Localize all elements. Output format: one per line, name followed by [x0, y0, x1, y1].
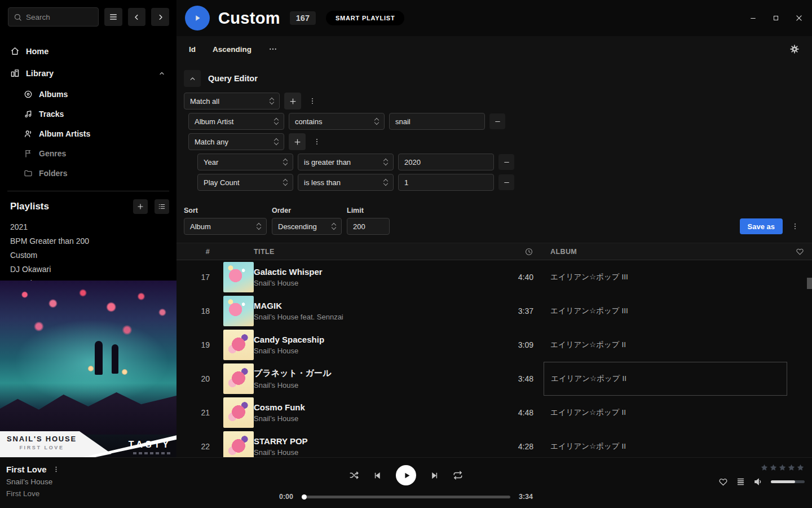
collapse-query-editor-button[interactable] — [184, 70, 201, 87]
minimize-button[interactable] — [749, 15, 757, 22]
add-rule-button-2[interactable] — [289, 133, 306, 150]
sidebar-item-library[interactable]: Library — [0, 62, 176, 84]
track-album-cell[interactable]: エイリアン☆ポップ II — [544, 430, 787, 460]
sidebar-divider — [7, 191, 169, 191]
play-playlist-button[interactable] — [185, 6, 210, 30]
play-icon — [401, 471, 411, 480]
query-sort-select[interactable]: Album — [184, 218, 267, 235]
play-pause-button[interactable] — [396, 465, 416, 485]
minus-icon — [503, 179, 510, 186]
menu-button[interactable] — [104, 8, 122, 26]
track-row[interactable]: 21 Cosmo Funk Snail’s House 4:48 エイリアン☆ポ… — [176, 396, 812, 430]
total-time: 3:34 — [519, 493, 533, 501]
now-playing-options-button[interactable] — [52, 466, 60, 473]
track-album-cell[interactable]: エイリアン☆ポップ III — [544, 294, 787, 328]
remove-rule-button[interactable] — [498, 174, 514, 190]
track-artist: Snail’s House feat. Sennzai — [254, 313, 494, 321]
sort-direction-button[interactable]: Ascending — [213, 45, 251, 54]
sort-field-button[interactable]: Id — [189, 45, 196, 54]
track-album-cell[interactable]: エイリアン☆ポップ III — [544, 260, 787, 294]
track-album-cell[interactable]: エイリアン☆ポップ II — [544, 396, 787, 430]
remove-rule-button[interactable] — [498, 154, 514, 170]
track-row[interactable]: 22 STARRY POP Snail’s House 4:28 エイリアン☆ポ… — [176, 430, 812, 460]
rule-operator-select[interactable]: is greater than — [298, 154, 394, 170]
volume-slider[interactable] — [771, 480, 805, 483]
chevron-left-icon — [133, 13, 141, 21]
star-icon[interactable] — [760, 463, 769, 472]
scrollbar-thumb[interactable] — [807, 278, 812, 289]
close-button[interactable] — [795, 14, 803, 22]
query-limit-input[interactable] — [347, 218, 390, 235]
match-type-select-2[interactable]: Match any — [188, 133, 284, 150]
header-album[interactable]: ALBUM — [544, 248, 787, 256]
star-icon[interactable] — [787, 463, 796, 472]
track-album-cell[interactable]: エイリアン☆ポップ II — [544, 328, 787, 362]
forward-button[interactable] — [151, 8, 169, 26]
seek-thumb[interactable] — [302, 494, 307, 500]
rule-value-input[interactable] — [398, 154, 494, 170]
playlist-item[interactable]: BPM Greater than 200 — [0, 234, 176, 248]
settings-button[interactable] — [789, 44, 800, 54]
star-icon[interactable] — [796, 463, 805, 472]
album-art-thumb — [223, 330, 254, 360]
star-icon[interactable] — [769, 463, 778, 472]
track-row[interactable]: 19 Candy Spaceship Snail’s House 3:09 エイ… — [176, 328, 812, 362]
track-duration: 4:40 — [494, 273, 533, 282]
chevron-up-icon[interactable] — [158, 70, 165, 77]
select-chevrons-icon — [284, 159, 287, 165]
header-duration[interactable] — [494, 247, 533, 256]
track-album-cell[interactable]: エイリアン☆ポップ II — [544, 362, 787, 396]
sidebar-item-home[interactable]: Home — [0, 40, 176, 62]
remove-rule-button[interactable] — [489, 113, 505, 129]
match-type-select-1[interactable]: Match all — [184, 93, 280, 110]
sidebar-item-tracks[interactable]: Tracks — [0, 104, 176, 124]
seek-bar[interactable] — [302, 496, 510, 498]
add-rule-button-1[interactable] — [284, 93, 301, 110]
track-row[interactable]: 18 MAGIK Snail’s House feat. Sennzai 3:3… — [176, 294, 812, 328]
rule-value-input[interactable] — [398, 174, 494, 191]
group-options-button-2[interactable] — [310, 133, 324, 150]
query-order-select[interactable]: Descending — [272, 218, 342, 235]
track-row[interactable]: 20 プラネット・ガール Snail’s House 3:48 エイリアン☆ポッ… — [176, 362, 812, 396]
header-favorite[interactable] — [787, 247, 812, 256]
save-as-button[interactable]: Save as — [740, 218, 783, 234]
sidebar-item-albums[interactable]: Albums — [0, 84, 176, 104]
volume-fill — [771, 480, 795, 483]
track-row[interactable]: 17 Galactic Whisper Snail’s House 4:40 エ… — [176, 260, 812, 294]
sidebar-item-label: Album Artists — [39, 129, 90, 138]
volume-button[interactable] — [753, 477, 763, 487]
select-chevrons-icon — [275, 119, 278, 124]
track-table-body: 17 Galactic Whisper Snail’s House 4:40 エ… — [176, 260, 812, 460]
rule-value-input[interactable] — [389, 113, 485, 130]
favorite-button[interactable] — [718, 477, 728, 487]
rule-field-select[interactable]: Album Artist — [188, 113, 284, 130]
next-button[interactable] — [430, 471, 439, 480]
previous-button[interactable] — [373, 471, 382, 480]
plus-icon — [293, 138, 302, 146]
header-title[interactable]: TITLE — [254, 248, 494, 256]
repeat-button[interactable] — [453, 470, 463, 480]
rule-field-select[interactable]: Play Count — [197, 174, 293, 191]
search-input[interactable] — [26, 13, 88, 21]
group-options-button-1[interactable] — [306, 93, 319, 110]
sidebar-item-genres[interactable]: Genres — [0, 143, 176, 163]
sidebar-item-album-artists[interactable]: Album Artists — [0, 124, 176, 143]
rule-operator-select[interactable]: is less than — [298, 174, 394, 191]
header-number[interactable]: # — [176, 248, 213, 256]
more-options-button[interactable] — [268, 45, 277, 54]
star-icon[interactable] — [778, 463, 787, 472]
maximize-button[interactable] — [773, 15, 779, 21]
rule-operator-select[interactable]: contains — [289, 113, 385, 130]
shuffle-button[interactable] — [349, 470, 359, 480]
playlist-item[interactable]: DJ Okawari — [0, 262, 176, 276]
queue-button[interactable] — [736, 477, 745, 487]
save-options-button[interactable] — [788, 218, 802, 235]
rule-field-select[interactable]: Year — [197, 154, 293, 170]
playlist-item[interactable]: 2021 — [0, 220, 176, 234]
label-logo: TASTY — [129, 440, 171, 450]
playlist-view-button[interactable] — [155, 199, 169, 214]
back-button[interactable] — [128, 8, 146, 26]
playlist-item[interactable]: Custom — [0, 248, 176, 262]
sidebar-item-folders[interactable]: Folders — [0, 163, 176, 183]
add-playlist-button[interactable] — [133, 199, 148, 214]
